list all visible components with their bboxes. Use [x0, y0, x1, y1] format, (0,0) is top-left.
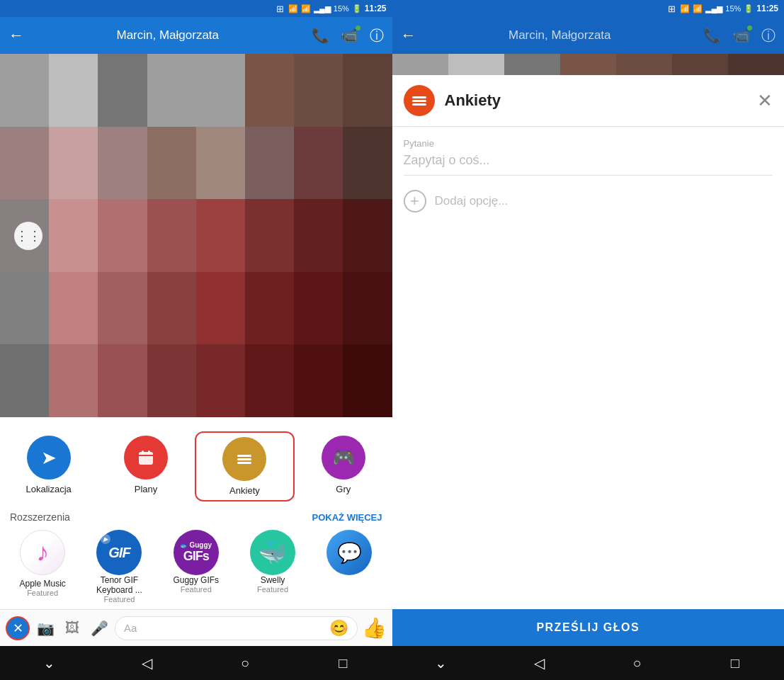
color-cell	[294, 54, 343, 127]
time-display: 11:25	[365, 4, 387, 13]
lokalizacja-icon: ➤	[27, 436, 71, 480]
color-cell	[294, 344, 343, 417]
app-item-plany[interactable]: Plany	[97, 431, 194, 502]
camera-button[interactable]: 📷	[34, 617, 57, 640]
question-label: Pytanie	[404, 138, 773, 149]
color-cell	[343, 199, 392, 272]
add-option-label: Dodaj opcję...	[435, 194, 509, 208]
ankiety-title: Ankiety	[445, 91, 748, 110]
video-icon-left[interactable]: 📹	[341, 27, 358, 44]
svg-rect-7	[412, 96, 426, 98]
battery-text: 15%	[334, 4, 349, 13]
color-cell	[343, 54, 392, 127]
svg-rect-8	[412, 100, 426, 102]
action-icons-left: 📞 📹 ⓘ	[312, 26, 384, 45]
sim-icon: 📶	[288, 4, 298, 13]
nav-down-left[interactable]: ⌄	[35, 649, 63, 677]
nav-home-right[interactable]: ○	[623, 649, 651, 677]
svg-rect-1	[139, 455, 153, 456]
message-placeholder: Aa	[124, 622, 137, 634]
ankiety-icon	[222, 437, 266, 481]
color-cell	[98, 199, 147, 272]
app-item-gry[interactable]: 🎮 Gry	[295, 431, 392, 502]
nav-recents-right[interactable]: □	[721, 649, 749, 677]
color-cell	[294, 199, 343, 272]
wifi-icon-right: 📶	[693, 4, 703, 13]
phone-icon-left[interactable]: 📞	[312, 27, 329, 44]
right-panel: ⊞ 📶 📶 ▂▄▆ 15% 🔋 11:25 ← Marcin, Małgorza…	[392, 0, 785, 680]
ext-label-guggy: Guggy GIFs	[173, 575, 219, 585]
nav-back-left[interactable]: ◁	[133, 649, 161, 677]
app-item-ankiety[interactable]: Ankiety	[195, 431, 295, 502]
color-cell	[245, 272, 294, 345]
color-cell	[147, 344, 196, 417]
left-panel: ⊞ 📶 📶 ▂▄▆ 15% 🔋 11:25 ← Marcin, Małgorza…	[0, 0, 392, 680]
submit-button[interactable]: PRZEŚLIJ GŁOS	[392, 609, 785, 646]
ext-item-guggy[interactable]: 🐟Guggy GIFs Guggy GIFs Featured	[159, 530, 233, 604]
back-button-left[interactable]: ←	[8, 26, 24, 45]
emoji-button[interactable]: 😊	[329, 619, 348, 638]
battery-icon: 🔋	[352, 4, 362, 13]
nav-recents-left[interactable]: □	[329, 649, 357, 677]
chat-name-right: Marcin, Małgorzata	[425, 28, 695, 42]
color-cell	[343, 344, 392, 417]
nav-home-left[interactable]: ○	[231, 649, 259, 677]
chat-name-left: Marcin, Małgorzata	[33, 28, 303, 42]
ext-sublabel-apple-music: Featured	[27, 589, 58, 597]
phone-icon-right[interactable]: 📞	[703, 27, 721, 44]
close-button[interactable]: ✕	[6, 616, 30, 640]
color-cell	[49, 54, 98, 127]
back-button-right[interactable]: ←	[401, 26, 416, 45]
color-cell	[98, 54, 147, 127]
ext-sublabel-guggy: Featured	[181, 585, 212, 594]
color-cell	[98, 344, 147, 417]
status-bar-left: ⊞ 📶 📶 ▂▄▆ 15% 🔋 11:25	[0, 0, 392, 17]
app-item-lokalizacja[interactable]: ➤ Lokalizacja	[0, 431, 97, 502]
ext-item-apple-music[interactable]: ♪ Apple Music Featured	[6, 530, 79, 604]
guggy-icon: 🐟Guggy GIFs	[174, 530, 219, 575]
share-icon: ⋮⋮	[16, 228, 41, 244]
color-cell	[0, 344, 49, 417]
nav-back-right[interactable]: ◁	[525, 649, 553, 677]
ext-item-tenor[interactable]: ▶ GIF Tenor GIF Keyboard ... Featured	[82, 530, 156, 604]
info-icon-right[interactable]: ⓘ	[761, 26, 776, 45]
add-option-row[interactable]: + Dodaj opcję...	[404, 190, 773, 212]
svg-rect-3	[148, 450, 150, 454]
svg-rect-6	[237, 462, 251, 464]
battery-icon-right: 🔋	[744, 4, 754, 13]
status-icon-ps: ⊞	[276, 4, 284, 14]
color-cell	[147, 127, 196, 200]
video-icon-right[interactable]: 📹	[732, 27, 750, 44]
color-cell	[0, 272, 49, 345]
color-cell	[245, 54, 294, 127]
photo-button[interactable]: 🖼	[61, 617, 84, 640]
mic-button[interactable]: 🎤	[88, 617, 110, 640]
ext-item-partial[interactable]: 💬	[312, 530, 386, 604]
chat-area: ⋮⋮	[0, 54, 392, 417]
svg-rect-0	[139, 452, 153, 465]
question-placeholder: Zapytaj o coś...	[404, 153, 490, 167]
nav-down-right[interactable]: ⌄	[427, 649, 455, 677]
color-cell	[343, 272, 392, 345]
ankiety-close-button[interactable]: ✕	[757, 90, 773, 112]
partial-icon: 💬	[326, 530, 372, 575]
left-top-bar: ← Marcin, Małgorzata 📞 📹 ⓘ	[0, 17, 392, 54]
ext-label-tenor: Tenor GIF Keyboard ...	[82, 575, 156, 595]
show-more-button[interactable]: POKAŻ WIĘCEJ	[312, 512, 382, 523]
ext-label-swelly: Swelly	[261, 575, 285, 585]
question-input[interactable]: Zapytaj o coś...	[404, 153, 773, 176]
message-input-area[interactable]: Aa 😊	[115, 616, 358, 640]
add-option-plus-icon: +	[404, 190, 426, 212]
info-icon-left[interactable]: ⓘ	[370, 26, 384, 45]
ext-item-swelly[interactable]: 🐳 Swelly Featured	[236, 530, 309, 604]
extensions-title: Rozszerzenia	[10, 511, 70, 523]
share-button[interactable]: ⋮⋮	[14, 222, 42, 250]
ext-sublabel-tenor: Featured	[103, 595, 135, 604]
color-cell	[0, 127, 49, 200]
color-cell	[294, 272, 343, 345]
app-label-gry: Gry	[336, 484, 351, 494]
thumbs-up-button[interactable]: 👍	[362, 616, 387, 640]
color-cell	[196, 344, 245, 417]
color-cell	[196, 127, 245, 200]
color-cell	[294, 127, 343, 200]
